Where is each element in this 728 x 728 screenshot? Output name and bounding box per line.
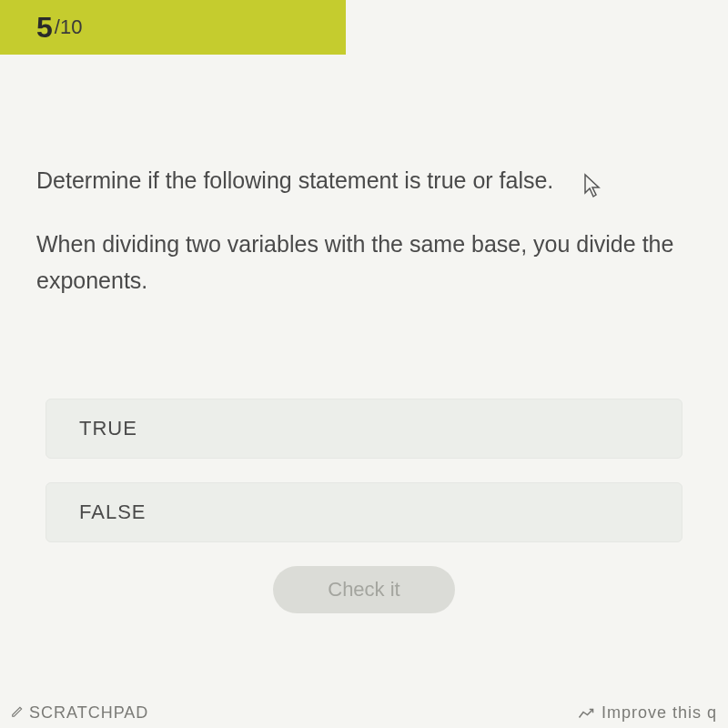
- question-area: Determine if the following statement is …: [0, 55, 728, 613]
- question-prompt: Determine if the following statement is …: [36, 164, 692, 198]
- pencil-icon: [11, 703, 24, 723]
- footer: SCRATCHPAD Improve this q: [0, 703, 728, 723]
- option-true[interactable]: TRUE: [46, 399, 682, 459]
- progress-badge: 5 /10: [0, 0, 346, 55]
- option-false[interactable]: FALSE: [46, 482, 682, 542]
- trend-up-icon: [578, 707, 594, 720]
- check-button-label: Check it: [328, 578, 399, 601]
- progress-current: 5: [36, 11, 53, 45]
- check-button[interactable]: Check it: [273, 566, 455, 613]
- option-false-label: FALSE: [79, 500, 146, 524]
- check-wrap: Check it: [36, 566, 692, 613]
- question-statement: When dividing two variables with the sam…: [36, 226, 692, 298]
- improve-button[interactable]: Improve this q: [578, 703, 717, 723]
- answer-options: TRUE FALSE: [36, 399, 692, 542]
- scratchpad-button[interactable]: SCRATCHPAD: [11, 703, 148, 723]
- progress-total: /10: [55, 15, 83, 39]
- scratchpad-label: SCRATCHPAD: [29, 703, 148, 723]
- option-true-label: TRUE: [79, 417, 137, 440]
- improve-label: Improve this q: [602, 703, 717, 723]
